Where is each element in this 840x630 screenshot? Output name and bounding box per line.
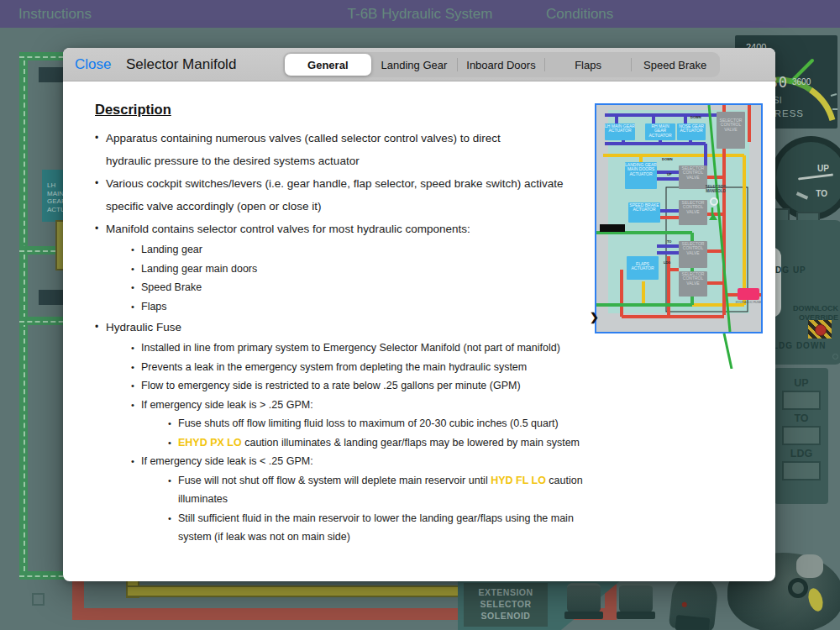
bullet-item: Prevents a leak in the emergency system … [131, 358, 599, 377]
knob-yellow-grip [806, 586, 825, 612]
app-screen: Instructions T-6B Hydraulic System Condi… [0, 0, 840, 630]
pipe-label-down: DOWN [662, 157, 673, 161]
bullet-item: Installed in line from primary system to… [131, 339, 599, 358]
speed-brake-actuator: SPEED BRAKE ACTUATOR [628, 202, 660, 223]
bullet-item: Fuse shuts off flow limiting fluid loss … [168, 414, 599, 433]
schematic-component [600, 224, 625, 232]
landing-gear-panel: LDG UP DOWNLOCK OVERRIDE LDG DOWN [766, 220, 840, 365]
green-arrow-icon [709, 209, 717, 220]
solenoid-label: EXTENSION SELECTOR SOLENOID [464, 583, 548, 627]
manifold-indicator-circle [710, 197, 718, 206]
pipe-label-ldg: LDG [664, 260, 670, 265]
flap-selector-lever[interactable] [669, 574, 719, 630]
pipe-label-down: DOWN [690, 115, 701, 119]
leak-lt-sublist: Fuse will not shut off flow & system wil… [168, 471, 599, 547]
downlock-override-button[interactable] [808, 320, 832, 339]
bullet-item: Speed Brake [131, 278, 599, 297]
checkbox-outline[interactable] [32, 593, 45, 606]
conditions-button[interactable]: Conditions [546, 6, 613, 23]
gauge-needle [798, 173, 833, 180]
indicator-window-to [782, 426, 821, 445]
gauge-to-label: TO [816, 189, 827, 198]
hydraulic-fuse-box [738, 288, 759, 300]
fuse-sublist: Installed in line from primary system to… [131, 339, 599, 547]
description-list: Apparatus containing numerous valves (ca… [95, 127, 599, 547]
tab-flaps[interactable]: Flaps [545, 54, 632, 76]
flaps-actuator: FLAPS ACTUATOR [627, 256, 659, 280]
lever-button [681, 602, 687, 608]
ehyd-px-lo-caution: EHYD PX LO [178, 437, 242, 449]
modal-title: Selector Manifold [126, 56, 236, 73]
bullet-item: Fuse will not shut off flow & system wil… [168, 471, 599, 509]
bullet-item: Landing gear main doors [131, 260, 599, 279]
selector-control-valve: SELECTOR CONTROL VALVE [679, 200, 707, 225]
bullet-item: Various cockpit switches/levers (i.e. ge… [95, 172, 599, 218]
switch-base [617, 612, 655, 619]
tab-inboard-doors[interactable]: Inboard Doors [458, 54, 544, 76]
gear-position-gauge: UP TO [770, 136, 840, 220]
landing-gear-main-doors-actuator: LANDING GEAR MAIN DOORS ACTUATOR [625, 162, 657, 189]
gear-indicator-panel: UP TO LDG [774, 368, 828, 504]
rh-main-gear-actuator: RH MAIN GEAR ACTUATOR [645, 123, 675, 140]
bullet-item: Hydraulic Fuse Installed in line from pr… [95, 316, 599, 547]
gauge-tick-label: 3600 [792, 77, 811, 87]
close-button[interactable]: Close [75, 56, 111, 73]
thumbnail-pull-tab-icon[interactable]: ❯ [590, 311, 599, 323]
bullet-item: Landing gear [131, 240, 599, 260]
bullet-item: If emergency side leak is > .25 GPM: Fus… [131, 396, 599, 453]
green-leader-line [722, 333, 734, 369]
selector-control-valve: SELECTOR CONTROL VALVE [679, 271, 707, 297]
modal-header: Close Selector Manifold General Landing … [63, 48, 775, 81]
bullet-item: If emergency side leak is < .25 GPM: Fus… [131, 452, 599, 547]
lh-main-gear-actuator: LH MAIN GEAR ACTUATOR [605, 123, 635, 140]
bullet-item: Flow to emergency side is restricted to … [131, 376, 599, 396]
tab-general[interactable]: General [285, 54, 371, 76]
pipe-label-up: UP [667, 172, 672, 176]
knob-ring [788, 578, 808, 598]
switch-guard[interactable] [619, 583, 653, 613]
pipe-label-to: TO [667, 239, 671, 244]
ldg-down-label: LDG DOWN [773, 341, 827, 350]
schematic-thumbnail[interactable]: LH MAIN GEAR ACTUATOR RH MAIN GEAR ACTUA… [595, 103, 763, 333]
app-title: T-6B Hydraulic System [0, 6, 840, 23]
knob-cylinder [796, 554, 823, 578]
top-bar: Instructions T-6B Hydraulic System Condi… [0, 0, 840, 28]
selector-manifold-modal: Close Selector Manifold General Landing … [63, 48, 775, 581]
indicator-up-label: UP [774, 377, 828, 389]
selector-manifold-label: SELECTOR MANIFOLD [699, 186, 732, 196]
bullet-item: Apparatus containing numerous valves (ca… [95, 127, 599, 172]
hydraulic-line-green-vertical [19, 52, 28, 580]
leak-gt-sublist: Fuse shuts off flow limiting fluid loss … [168, 414, 599, 452]
bullet-item: Still sufficient fluid in the main reser… [168, 509, 599, 547]
selector-control-valve: SELECTOR CONTROL VALVE [679, 241, 707, 268]
indicator-to-label: TO [774, 412, 828, 424]
indicator-window-up [782, 391, 821, 410]
hyd-fl-lo-caution: HYD FL LO [491, 475, 546, 486]
switch-base [564, 612, 603, 619]
tab-bar: General Landing Gear Inboard Doors Flaps… [283, 52, 720, 77]
hydraulic-line-yellow-horizontal [126, 585, 462, 597]
tab-landing-gear[interactable]: Landing Gear [371, 54, 458, 76]
component-sublist: Landing gear Landing gear main doors Spe… [131, 240, 599, 316]
indicator-window-ldg [782, 461, 821, 480]
bullet-item: Flaps [131, 297, 599, 317]
switch-guard[interactable] [567, 583, 601, 613]
panel-screw [832, 354, 838, 360]
gauge-tick [796, 192, 808, 199]
indicator-ldg-label: LDG [774, 448, 828, 459]
hydraulic-fuse-label: HYDRAULIC FUSE [732, 302, 763, 305]
selector-control-valve: SELECTOR CONTROL VALVE [717, 112, 745, 149]
gauge-up-label: UP [817, 164, 829, 173]
bullet-item: Manifold contains selector control valve… [95, 218, 599, 316]
tab-speed-brake[interactable]: Speed Brake [632, 54, 718, 76]
nose-gear-actuator: NOSE GEAR ACTUATOR [677, 123, 706, 140]
bullet-item: EHYD PX LO caution illuminates & landing… [168, 433, 599, 453]
